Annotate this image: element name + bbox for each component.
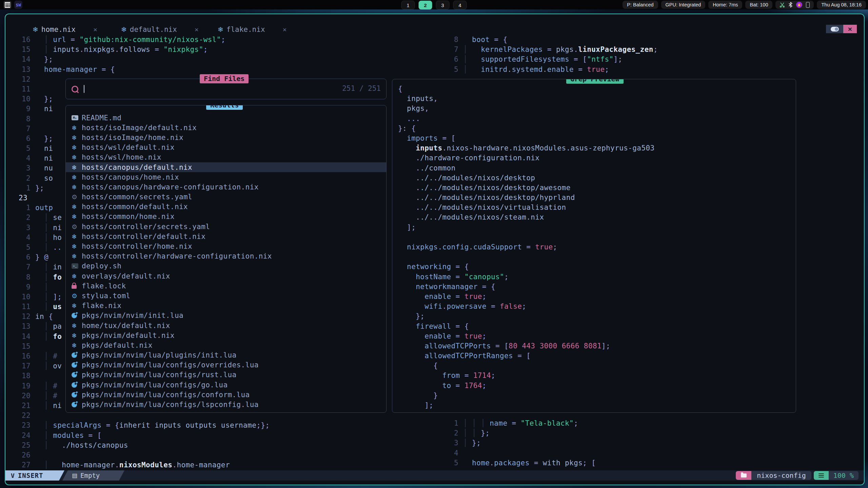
app-grid-button[interactable]: [3, 1, 12, 9]
result-item[interactable]: pkgs/nvim/nvim/init.lua: [66, 311, 386, 321]
result-item[interactable]: ❄pkgs/nvim/default.nix: [66, 330, 386, 340]
line-number: 1: [445, 419, 458, 428]
preview-line: ../../modules/nixos/steam.nix: [398, 212, 796, 222]
line-number: 13: [10, 65, 31, 75]
workspace-overview-icon: $W: [16, 2, 21, 7]
editor-pane-right-top[interactable]: 8 boot = {7│ kernelPackages = pkgs.linux…: [445, 35, 855, 75]
file-icon-wrap: ❄: [72, 233, 82, 240]
result-item[interactable]: ❄hosts/isoImage/default.nix: [66, 123, 386, 133]
status-pill-2[interactable]: Home: 7ms: [708, 1, 742, 9]
result-item[interactable]: ❄hosts/controller/default.nix: [66, 231, 386, 241]
result-item[interactable]: pkgs/nvim/nvim/lua/configs/rust.lua: [66, 370, 386, 380]
tab-home.nix[interactable]: ❄home.nix×: [33, 24, 97, 35]
result-item[interactable]: pkgs/nvim/nvim/lua/configs/go.lua: [66, 380, 386, 390]
results-title: Results: [206, 105, 243, 110]
result-item[interactable]: ❄hosts/isoImage/home.nix: [66, 133, 386, 142]
tab-close-icon[interactable]: ×: [283, 25, 287, 34]
workspace-overview-button[interactable]: $W: [14, 1, 22, 9]
result-item[interactable]: ❄hosts/canopus/home.nix: [66, 172, 386, 182]
result-item[interactable]: ⚙hosts/common/secrets.yaml: [66, 192, 386, 202]
vim-icon: V: [11, 472, 15, 479]
status-pill-0[interactable]: P: Balanced: [623, 1, 658, 9]
line-number: 22: [10, 411, 31, 421]
clock[interactable]: Thu Aug 08, 18:16: [817, 1, 866, 9]
result-item[interactable]: pkgs/nvim/nvim/lua/configs/overrides.lua: [66, 360, 386, 370]
nix-file-icon: ❄: [72, 134, 77, 141]
line-number: 10: [10, 94, 31, 104]
md-file-icon: M↓: [72, 115, 78, 120]
result-item[interactable]: ❄hosts/canopus/hardware-configuration.ni…: [66, 182, 386, 192]
editor-pane-right-bottom[interactable]: 1│ │ │ name = "Tela-black";2│ │ };3│ };4…: [445, 419, 855, 468]
line-number: 4: [10, 233, 31, 243]
result-label: hosts/canopus/default.nix: [82, 163, 192, 171]
file-icon-wrap: [72, 392, 82, 398]
preview-line: ../../modules/nixos/virtualisation: [398, 203, 796, 212]
result-label: overlays/default.nix: [82, 272, 170, 280]
nix-icon: ❄: [218, 25, 223, 34]
result-item[interactable]: ⚙hosts/controller/secrets.yaml: [66, 222, 386, 231]
line-number: 3: [10, 223, 31, 233]
result-item[interactable]: >_deploy.sh: [66, 261, 386, 271]
tab-close-icon[interactable]: ×: [195, 25, 199, 34]
line-number: 6: [10, 252, 31, 262]
workspace-button-2[interactable]: 2: [419, 1, 432, 9]
preview-line: [398, 252, 796, 262]
code-line: 3│ };: [445, 438, 855, 448]
preview-line: enable = true;: [398, 331, 796, 341]
result-item[interactable]: ❄hosts/wsl/home.nix: [66, 152, 386, 162]
line-number: 3: [10, 163, 31, 173]
preview-line: networkmanager = {: [398, 282, 796, 292]
line-number: 5: [10, 144, 31, 154]
result-item[interactable]: M↓README.md: [66, 113, 386, 123]
close-button[interactable]: ×: [843, 25, 857, 33]
result-item[interactable]: ❄hosts/common/home.nix: [66, 212, 386, 222]
gear-file-icon: ⚙: [72, 193, 77, 201]
result-item[interactable]: ❄hosts/wsl/default.nix: [66, 143, 386, 152]
line-number: 2: [10, 213, 31, 223]
result-item[interactable]: ❄flake.nix: [66, 301, 386, 311]
line-number: 19: [10, 381, 31, 391]
line-number: 5: [10, 243, 31, 252]
workspace-button-3[interactable]: 3: [436, 1, 450, 9]
preview-line: ../../modules/nixos/desktop/awesome: [398, 183, 796, 193]
workspace-button-4[interactable]: 4: [453, 1, 467, 9]
workspace-button-1[interactable]: 1: [401, 1, 415, 9]
line-number: 24: [10, 431, 31, 441]
toggle-button[interactable]: [826, 25, 843, 33]
status-pill-1[interactable]: GPU: Integrated: [661, 1, 706, 9]
result-item[interactable]: pkgs/nvim/nvim/lua/configs/conform.lua: [66, 390, 386, 400]
tab-close-icon[interactable]: ×: [93, 25, 97, 34]
result-item[interactable]: ❄hosts/controller/home.nix: [66, 241, 386, 251]
result-item[interactable]: flake.lock: [66, 281, 386, 291]
result-item[interactable]: ❄overlays/default.nix: [66, 271, 386, 281]
code-line: 7│ kernelPackages = pkgs.linuxPackages_z…: [445, 45, 855, 55]
workspace-switcher: 1234: [401, 1, 467, 9]
line-text: };: [35, 55, 53, 64]
result-item[interactable]: ❄home/tux/default.nix: [66, 321, 386, 330]
status-pill-3[interactable]: Bat: 100: [745, 1, 772, 9]
line-text: │ fo: [35, 332, 62, 342]
result-label: hosts/controller/hardware-configuration.…: [82, 252, 272, 260]
code-line: 2│ │ };: [445, 428, 855, 438]
result-item[interactable]: ❄hosts/common/default.nix: [66, 202, 386, 212]
preview-line: ./hardware-configuration.nix: [398, 153, 796, 163]
preview-line: allowedTCPPorts = [80 443 3000 6666 8081…: [398, 341, 796, 351]
preview-line: ../common: [398, 163, 796, 173]
result-item[interactable]: pkgs/nvim/nvim/lua/configs/lspconfig.lua: [66, 400, 386, 409]
tab-flake.nix[interactable]: ❄flake.nix×: [218, 24, 287, 35]
result-label: pkgs/nvim/nvim/lua/configs/overrides.lua: [82, 361, 259, 369]
result-item[interactable]: ⚙stylua.toml: [66, 291, 386, 301]
result-item[interactable]: ❄pkgs/default.nix: [66, 340, 386, 350]
preview-line: ../../modules/nixos/desktop/hyprland: [398, 193, 796, 203]
code-line: 5│ initrd.systemd.enable = true;: [445, 65, 855, 75]
tab-default.nix[interactable]: ❄default.nix×: [121, 24, 199, 35]
line-text: in {: [35, 312, 53, 322]
buffer-segment: ▤ Empty: [62, 470, 124, 481]
nix-file-icon: ❄: [72, 203, 77, 210]
result-item[interactable]: pkgs/nvim/nvim/lua/plugins/init.lua: [66, 350, 386, 360]
result-item[interactable]: ❄hosts/canopus/default.nix: [66, 162, 386, 172]
system-tray[interactable]: [775, 1, 814, 9]
result-item[interactable]: ❄hosts/controller/hardware-configuration…: [66, 251, 386, 261]
file-icon-wrap: ❄: [72, 144, 82, 151]
results-list: M↓README.md❄hosts/isoImage/default.nix❄h…: [66, 105, 386, 410]
